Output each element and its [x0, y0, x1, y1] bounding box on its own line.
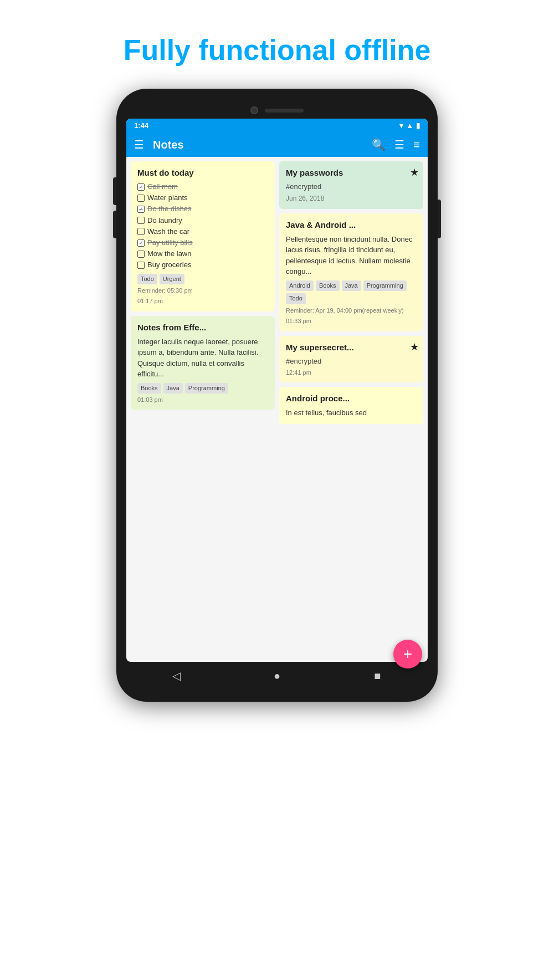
- note-title: My supersecret...: [286, 341, 417, 353]
- phone-mockup: 1:44 ▾ ▲ ▮ ☰ Notes 🔍 ☰ ≡: [116, 89, 438, 702]
- note-time: 01:03 pm: [137, 396, 268, 404]
- tags-row: Todo Urgent: [137, 274, 268, 284]
- front-camera-area: [250, 104, 304, 115]
- tag-urgent: Urgent: [160, 274, 184, 284]
- checkbox: [137, 251, 145, 258]
- battery-icon: ▮: [416, 121, 420, 130]
- note-title: Java & Android ...: [286, 219, 417, 231]
- item-label: Do the dishes: [147, 204, 192, 214]
- search-icon[interactable]: 🔍: [372, 138, 386, 151]
- item-label: Buy groceries: [147, 260, 191, 270]
- menu-icon[interactable]: ☰: [134, 138, 144, 151]
- checkbox: [137, 217, 145, 224]
- note-body: Pellentesque non tincidunt nulla. Donec …: [286, 234, 417, 277]
- note-subtitle: #encrypted: [286, 356, 417, 366]
- tags-row: Books Java Programming: [137, 383, 268, 394]
- phone-top: [126, 99, 428, 119]
- checklist-item: ✓ Pay utility bills: [137, 238, 268, 248]
- tag: Programming: [363, 280, 407, 291]
- fab-add-button[interactable]: +: [393, 640, 422, 668]
- tag: Programming: [185, 383, 228, 394]
- note-subtitle: #encrypted: [286, 182, 417, 192]
- tags-row: Android Books Java Programming Todo: [286, 280, 417, 304]
- tag: Books: [137, 383, 161, 394]
- front-camera: [250, 106, 258, 114]
- checkbox: [137, 262, 145, 269]
- note-supersecret[interactable]: ★ My supersecret... #encrypted 12:41 pm: [279, 336, 423, 383]
- note-title: My passwords: [286, 167, 417, 178]
- app-bar-title: Notes: [153, 139, 363, 151]
- phone-screen: 1:44 ▾ ▲ ▮ ☰ Notes 🔍 ☰ ≡: [126, 119, 428, 662]
- checklist-item: Mow the lawn: [137, 249, 268, 259]
- signal-icon: ▲: [406, 121, 413, 130]
- note-time: 01:33 pm: [286, 317, 417, 325]
- item-label: Pay utility bills: [147, 238, 193, 248]
- tag-todo: Todo: [137, 274, 157, 284]
- tag: Todo: [286, 293, 306, 304]
- checkbox: [137, 228, 145, 235]
- app-bar-actions: 🔍 ☰ ≡: [372, 138, 420, 151]
- checkbox: ✓: [137, 239, 145, 247]
- item-label: Do laundry: [147, 216, 182, 226]
- note-reminder: Reminder: Apr 19, 04:00 pm(repeat weekly…: [286, 307, 417, 315]
- checklist-item: Do laundry: [137, 216, 268, 226]
- checkbox: [137, 195, 145, 202]
- note-title: Must do today: [137, 167, 268, 178]
- note-title: Notes from Effe...: [137, 321, 268, 333]
- checklist-item: Wash the car: [137, 227, 268, 237]
- checklist-item: ✓ Call mom: [137, 182, 268, 192]
- note-time: 12:41 pm: [286, 369, 417, 377]
- note-must-do[interactable]: Must do today ✓ Call mom Water plants ✓ …: [131, 161, 275, 312]
- item-label: Mow the lawn: [147, 249, 191, 259]
- phone-speaker: [265, 109, 304, 113]
- notes-grid: Must do today ✓ Call mom Water plants ✓ …: [126, 157, 428, 428]
- tag: Java: [163, 383, 183, 394]
- nav-recent-button[interactable]: ■: [369, 667, 386, 684]
- note-java-android[interactable]: Java & Android ... Pellentesque non tinc…: [279, 213, 423, 331]
- item-label: Water plants: [147, 193, 188, 203]
- tag: Android: [286, 280, 314, 291]
- note-title: Android proce...: [286, 392, 417, 404]
- nav-back-button[interactable]: ◁: [168, 667, 185, 684]
- note-android-proce[interactable]: Android proce... In est tellus, faucibus…: [279, 387, 423, 424]
- note-reminder: Reminder: 05:30 pm: [137, 287, 268, 295]
- note-body: In est tellus, faucibus sed: [286, 407, 417, 418]
- checklist-item: ✓ Do the dishes: [137, 204, 268, 214]
- view-toggle-icon[interactable]: ☰: [394, 138, 404, 151]
- note-date: Jun 26, 2018: [286, 194, 417, 203]
- item-label: Call mom: [147, 182, 178, 192]
- power-button: [438, 200, 441, 238]
- star-icon: ★: [410, 166, 419, 180]
- note-effe[interactable]: Notes from Effe... Integer iaculis neque…: [131, 316, 275, 410]
- fab-icon: +: [403, 645, 412, 663]
- phone-shell: 1:44 ▾ ▲ ▮ ☰ Notes 🔍 ☰ ≡: [116, 89, 438, 702]
- note-time: 01:17 pm: [137, 297, 268, 305]
- note-passwords[interactable]: ★ My passwords #encrypted Jun 26, 2018: [279, 161, 423, 209]
- status-bar: 1:44 ▾ ▲ ▮: [126, 119, 428, 132]
- nav-home-button[interactable]: ●: [269, 667, 285, 684]
- checklist-item: Water plants: [137, 193, 268, 203]
- checklist-item: Buy groceries: [137, 260, 268, 270]
- app-bar: ☰ Notes 🔍 ☰ ≡: [126, 132, 428, 157]
- status-time: 1:44: [134, 121, 148, 130]
- item-label: Wash the car: [147, 227, 189, 237]
- status-icons: ▾ ▲ ▮: [399, 121, 420, 130]
- note-body: Integer iaculis neque laoreet, posuere i…: [137, 336, 268, 380]
- bottom-nav: ◁ ● ■: [126, 662, 428, 692]
- star-icon: ★: [410, 340, 419, 354]
- wifi-icon: ▾: [399, 121, 403, 130]
- tag: Java: [342, 280, 361, 291]
- sort-icon[interactable]: ≡: [413, 139, 420, 151]
- page-headline: Fully functional offline: [0, 0, 554, 89]
- checkbox: ✓: [137, 206, 145, 213]
- tag: Books: [316, 280, 340, 291]
- checkbox: ✓: [137, 183, 145, 191]
